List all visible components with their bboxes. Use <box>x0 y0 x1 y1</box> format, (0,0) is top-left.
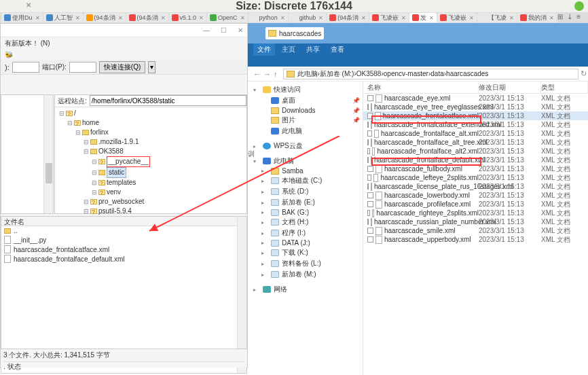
ext-icon[interactable]: ≡ <box>576 13 581 22</box>
browser-tab[interactable]: 飞凌嵌✕ <box>437 13 477 22</box>
file-row[interactable]: haarcascade_smile.xml2023/3/1 15:13XML 文… <box>363 226 588 235</box>
breadcrumb-item[interactable]: opencv-master <box>384 70 428 77</box>
file-header-name[interactable]: 文件名 <box>1 217 246 226</box>
file-row[interactable]: haarcascade_frontalcatface.xml <box>1 245 246 254</box>
breadcrumb-item[interactable]: data <box>430 70 443 77</box>
file-row[interactable]: haarcascade_frontalface_alt_tree.xml2023… <box>363 138 588 147</box>
browser-tab[interactable]: 发✕ <box>409 13 437 22</box>
nav-item[interactable]: 此电脑 <box>248 156 363 166</box>
back-icon[interactable]: ← <box>253 70 261 78</box>
nav-item[interactable]: Downloads📌 <box>248 106 363 115</box>
checkbox[interactable] <box>367 148 370 154</box>
host-field[interactable] <box>12 62 39 73</box>
nav-item[interactable]: 桌面📌 <box>248 95 363 106</box>
checkbox[interactable] <box>367 192 373 198</box>
close-icon[interactable]: ✕ <box>401 15 406 21</box>
browser-tab[interactable]: 使用Du✕ <box>1 13 43 22</box>
quickconnect-button[interactable]: 快速连接(Q) <box>99 61 145 73</box>
close-icon[interactable]: ✕ <box>118 15 123 21</box>
file-row[interactable]: haarcascade_upperbody.xml2023/3/1 15:13X… <box>363 235 588 244</box>
nav-item[interactable]: 网络 <box>248 284 363 295</box>
checkbox[interactable] <box>367 130 372 137</box>
ext-icon[interactable]: ⊞ <box>557 13 563 22</box>
pin-icon[interactable]: 📌 <box>352 117 360 124</box>
browser-tab[interactable]: github✕ <box>289 13 327 22</box>
nav-item[interactable]: 资料备份 (L:) <box>248 258 363 269</box>
tree-node[interactable]: ⊟forlinx <box>58 128 244 137</box>
ribbon-tab[interactable]: 查看 <box>327 43 348 56</box>
breadcrumb-item[interactable]: 新加卷 (M:) <box>320 69 354 79</box>
file-row[interactable]: haarcascade_frontalface_alt.xml2023/3/1 … <box>363 129 588 138</box>
file-row[interactable]: .. <box>1 226 246 235</box>
file-row[interactable]: haarcascade_frontalcatface_extended.xml2… <box>363 120 588 129</box>
nav-pane[interactable]: 快速访问桌面📌Downloads📌图片📌此电脑WPS云盘此电脑Samba本地磁盘… <box>248 82 363 375</box>
refresh-icon[interactable]: ↻ <box>578 69 588 78</box>
tree-node[interactable]: ⊟static <box>58 167 244 178</box>
checkbox[interactable] <box>367 122 369 128</box>
nav-item[interactable]: 下载 (K:) <box>248 247 363 258</box>
breadcrumb-item[interactable]: haarcascades <box>446 70 488 77</box>
local-tree[interactable] <box>1 94 54 214</box>
ribbon-tab[interactable]: 文件 <box>253 43 275 56</box>
file-row[interactable]: haarcascade_frontalface_default.xml2023/… <box>363 156 588 164</box>
file-row[interactable]: haarcascade_eye_tree_eyeglasses.xml2023/… <box>363 103 588 111</box>
nav-item[interactable]: BAK (G:) <box>248 208 363 217</box>
close-icon[interactable]: ✕ <box>469 15 474 21</box>
forward-icon[interactable]: → <box>263 70 271 78</box>
checkbox[interactable] <box>367 95 373 101</box>
nav-item[interactable]: 系统 (D:) <box>248 186 363 197</box>
nav-item[interactable]: WPS云盘 <box>248 141 363 151</box>
nav-item[interactable]: 本地磁盘 (C:) <box>248 175 363 186</box>
nav-item[interactable]: 文档 (H:) <box>248 217 363 228</box>
tree-node[interactable]: ⊟.mozilla-1.9.1 <box>58 137 244 147</box>
close-icon[interactable]: ✕ <box>199 15 204 21</box>
close-icon[interactable]: ✕ <box>75 15 80 21</box>
checkbox[interactable] <box>367 228 373 234</box>
close-icon[interactable]: ✕ <box>361 15 366 21</box>
file-row[interactable]: haarcascade_fullbody.xml2023/3/1 15:13XM… <box>363 164 588 173</box>
checkbox[interactable] <box>367 157 369 163</box>
maximize-icon[interactable]: ☐ <box>221 26 227 34</box>
browser-tab[interactable]: 人工智✕ <box>43 13 83 22</box>
checkbox[interactable] <box>367 201 373 207</box>
up-icon[interactable]: ↑ <box>274 70 278 78</box>
breadcrumb[interactable]: 此电脑›新加卷 (M:)›OK3588›opencv-master›data›h… <box>283 69 579 79</box>
scrollbar[interactable] <box>43 95 53 213</box>
tree-node[interactable]: ⊟pro_websocket <box>58 197 244 207</box>
checkbox[interactable] <box>367 166 373 172</box>
tree-node[interactable]: ⊟psutil-5.9.4 <box>58 207 244 216</box>
file-row[interactable]: haarcascade_russian_plate_number.xml2023… <box>363 217 588 226</box>
checkbox[interactable] <box>367 219 369 225</box>
file-columns[interactable]: 名称 修改日期 类型 <box>363 82 588 94</box>
close-icon[interactable]: ✕ <box>240 15 245 21</box>
close-icon[interactable]: ✕ <box>35 15 40 21</box>
file-list[interactable]: haarcascade_eye.xml2023/3/1 15:13XML 文档h… <box>363 94 588 244</box>
splitter[interactable]: ): <box>5 63 10 71</box>
close-icon[interactable]: ✕ <box>429 15 434 21</box>
tree-node[interactable]: ⊟venv <box>58 188 244 197</box>
file-row[interactable]: haarcascade_lefteye_2splits.xml2023/3/1 … <box>363 173 588 182</box>
nav-item[interactable]: 此电脑 <box>248 126 363 137</box>
minimize-icon[interactable]: — <box>203 26 210 34</box>
close-icon[interactable]: ✕ <box>509 15 514 21</box>
nav-item[interactable]: 图片📌 <box>248 115 363 126</box>
file-row[interactable]: haarcascade_profileface.xml2023/3/1 15:1… <box>363 200 588 209</box>
close-icon[interactable]: ✕ <box>318 15 323 21</box>
browser-tab[interactable]: 飞凌嵌✕ <box>369 13 409 22</box>
close-icon[interactable]: ✕ <box>161 15 166 21</box>
col-type[interactable]: 类型 <box>541 82 588 93</box>
tree-node[interactable]: ⊟__pycache__ <box>58 156 244 167</box>
tree-node[interactable]: ⊟/ <box>58 109 244 118</box>
checkbox[interactable] <box>367 210 370 216</box>
close-icon[interactable]: ✕ <box>26 1 31 9</box>
pin-icon[interactable]: 📌 <box>352 107 360 114</box>
close-icon[interactable]: ✕ <box>280 15 285 21</box>
tree-node[interactable]: ⊟OK3588 <box>58 147 244 156</box>
scrollbar-thumb[interactable] <box>45 163 52 183</box>
file-row[interactable]: haarcascade_license_plate_rus_16stages.x… <box>363 182 588 191</box>
checkbox[interactable] <box>367 175 371 181</box>
remote-path-input[interactable] <box>90 95 246 106</box>
ext-icon[interactable]: ⤓ <box>567 13 572 22</box>
browser-tab[interactable]: (94条消✕ <box>327 13 369 22</box>
tree-node[interactable]: ⊟templates <box>58 178 244 188</box>
